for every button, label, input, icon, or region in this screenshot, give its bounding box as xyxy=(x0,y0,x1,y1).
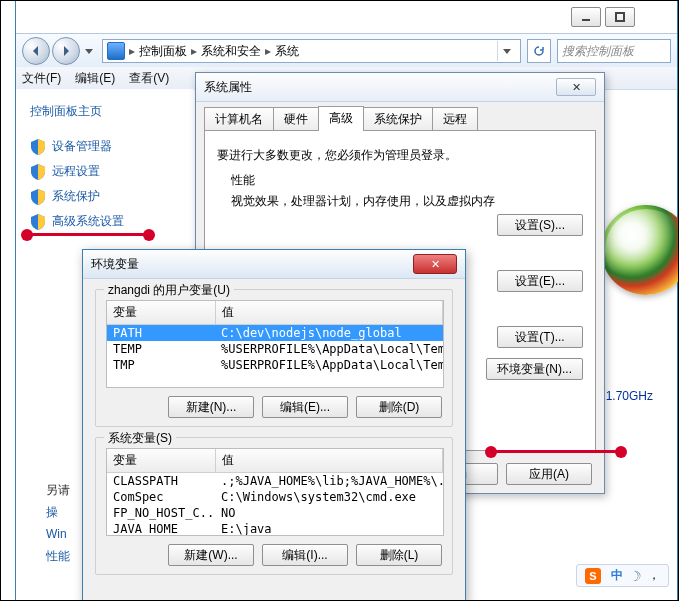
cell-val: .;%JAVA_HOME%\lib;%JAVA_HOME%\... xyxy=(215,473,443,489)
sys-new-button[interactable]: 新建(W)... xyxy=(168,544,254,566)
sidebar-item-2[interactable]: 系统保护 xyxy=(30,188,188,205)
close-button[interactable]: ✕ xyxy=(413,254,457,274)
windows-logo-icon xyxy=(601,205,679,295)
menu-edit[interactable]: 编辑(E) xyxy=(75,70,115,87)
minimize-button[interactable] xyxy=(571,7,601,27)
cpu-freq-value: 1.70GHz xyxy=(606,389,653,403)
table-row[interactable]: PATHC:\dev\nodejs\node_global xyxy=(107,325,443,341)
sys-edit-button[interactable]: 编辑(I)... xyxy=(262,544,348,566)
tab-hardware[interactable]: 硬件 xyxy=(273,107,319,131)
cell-val: NO xyxy=(215,505,443,521)
cell-var: PATH xyxy=(107,325,215,341)
tab-system-protection[interactable]: 系统保护 xyxy=(363,107,433,131)
table-row[interactable]: ComSpecC:\Windows\system32\cmd.exe xyxy=(107,489,443,505)
shield-icon xyxy=(30,214,46,230)
computer-icon xyxy=(107,42,125,60)
cell-val: E:\java xyxy=(215,521,443,536)
link-partial-1[interactable]: 操 xyxy=(46,501,78,523)
sidebar-item-label: 设备管理器 xyxy=(52,138,112,155)
system-vars-label: 系统变量(S) xyxy=(104,430,176,447)
cell-val: C:\dev\nodejs\node_global xyxy=(215,325,443,341)
forward-button[interactable] xyxy=(52,37,80,65)
annotation-dot-icon xyxy=(143,229,155,241)
col-variable[interactable]: 变量 xyxy=(107,301,216,324)
col-value[interactable]: 值 xyxy=(216,301,443,324)
annotation-dot-icon xyxy=(615,446,627,458)
shield-icon xyxy=(30,164,46,180)
dialog-title: 环境变量 xyxy=(91,256,139,273)
sidebar-item-label: 远程设置 xyxy=(52,163,100,180)
cell-var: TMP xyxy=(107,357,215,373)
dialog-titlebar[interactable]: 系统属性 ✕ xyxy=(196,73,604,102)
tab-remote[interactable]: 远程 xyxy=(432,107,478,131)
dialog-titlebar[interactable]: 环境变量 ✕ xyxy=(83,250,465,279)
back-button[interactable] xyxy=(22,37,50,65)
tab-computer-name[interactable]: 计算机名 xyxy=(204,107,274,131)
link-partial-2[interactable]: Win xyxy=(46,523,78,545)
user-vars-table[interactable]: 变量 值 PATHC:\dev\nodejs\node_globalTEMP%U… xyxy=(106,300,444,388)
breadcrumb[interactable]: ▸ 控制面板 ▸ 系统和安全 ▸ 系统 xyxy=(102,39,521,63)
link-partial-3[interactable]: 性能 xyxy=(46,545,78,567)
search-input[interactable]: 搜索控制面板 xyxy=(557,39,671,63)
svg-rect-0 xyxy=(616,13,624,21)
apply-button[interactable]: 应用(A) xyxy=(506,463,592,485)
table-row[interactable]: CLASSPATH.;%JAVA_HOME%\lib;%JAVA_HOME%\.… xyxy=(107,473,443,489)
ime-tray[interactable]: S 中 ☽ ， xyxy=(576,564,669,587)
sidebar-item-3[interactable]: 高级系统设置 xyxy=(30,213,188,230)
control-panel-home-link[interactable]: 控制面板主页 xyxy=(30,103,188,120)
ime-lang: 中 xyxy=(611,567,623,584)
table-row[interactable]: TMP%USERPROFILE%\AppData\Local\Temp xyxy=(107,357,443,373)
dialog-title: 系统属性 xyxy=(204,79,252,96)
sogou-icon: S xyxy=(585,568,601,584)
window-controls xyxy=(571,7,669,27)
tab-strip: 计算机名 硬件 高级 系统保护 远程 xyxy=(204,109,596,131)
sidebar-item-1[interactable]: 远程设置 xyxy=(30,163,188,180)
userprofile-settings-button[interactable]: 设置(E)... xyxy=(497,270,583,292)
search-placeholder: 搜索控制面板 xyxy=(562,43,634,60)
history-dropdown[interactable] xyxy=(82,44,96,58)
menu-view[interactable]: 查看(V) xyxy=(129,70,169,87)
maximize-button[interactable] xyxy=(605,7,635,27)
user-vars-group: zhangdi 的用户变量(U) 变量 值 PATHC:\dev\nodejs\… xyxy=(95,289,453,427)
cell-var: ComSpec xyxy=(107,489,215,505)
environment-variables-button[interactable]: 环境变量(N)... xyxy=(486,358,583,380)
col-variable[interactable]: 变量 xyxy=(107,449,216,472)
sidebar-item-label: 高级系统设置 xyxy=(52,213,124,230)
system-vars-group: 系统变量(S) 变量 值 CLASSPATH.;%JAVA_HOME%\lib;… xyxy=(95,437,453,575)
crumb-control-panel[interactable]: 控制面板 xyxy=(139,43,187,60)
system-vars-table[interactable]: 变量 值 CLASSPATH.;%JAVA_HOME%\lib;%JAVA_HO… xyxy=(106,448,444,536)
chevron-right-icon: ▸ xyxy=(191,44,197,58)
sys-delete-button[interactable]: 删除(L) xyxy=(356,544,442,566)
cell-var: FP_NO_HOST_C... xyxy=(107,505,215,521)
chevron-right-icon: ▸ xyxy=(265,44,271,58)
user-delete-button[interactable]: 删除(D) xyxy=(356,396,442,418)
table-row[interactable]: TEMP%USERPROFILE%\AppData\Local\Temp xyxy=(107,341,443,357)
user-edit-button[interactable]: 编辑(E)... xyxy=(262,396,348,418)
cell-var: JAVA_HOME xyxy=(107,521,215,536)
tab-advanced[interactable]: 高级 xyxy=(318,106,364,131)
cell-val: %USERPROFILE%\AppData\Local\Temp xyxy=(215,357,443,373)
comma-icon: ， xyxy=(648,567,660,584)
perf-settings-button[interactable]: 设置(S)... xyxy=(497,214,583,236)
cell-var: CLASSPATH xyxy=(107,473,215,489)
annotation-line-icon xyxy=(27,233,149,236)
perf-heading: 性能 xyxy=(231,172,583,189)
menu-file[interactable]: 文件(F) xyxy=(22,70,61,87)
annotation-line-icon xyxy=(491,450,619,453)
table-row[interactable]: JAVA_HOMEE:\java xyxy=(107,521,443,536)
address-bar: ▸ 控制面板 ▸ 系统和安全 ▸ 系统 搜索控制面板 xyxy=(16,33,677,69)
cell-val: C:\Windows\system32\cmd.exe xyxy=(215,489,443,505)
startup-settings-button[interactable]: 设置(T)... xyxy=(497,326,583,348)
crumb-system[interactable]: 系统 xyxy=(275,43,299,60)
moon-icon: ☽ xyxy=(629,568,642,584)
breadcrumb-dropdown[interactable] xyxy=(497,41,516,61)
refresh-button[interactable] xyxy=(527,39,551,63)
admin-note: 要进行大多数更改，您必须作为管理员登录。 xyxy=(217,147,583,164)
see-also-label: 另请 xyxy=(46,483,70,497)
table-row[interactable]: FP_NO_HOST_C...NO xyxy=(107,505,443,521)
crumb-system-security[interactable]: 系统和安全 xyxy=(201,43,261,60)
sidebar-item-0[interactable]: 设备管理器 xyxy=(30,138,188,155)
close-button[interactable]: ✕ xyxy=(556,78,596,96)
user-new-button[interactable]: 新建(N)... xyxy=(168,396,254,418)
col-value[interactable]: 值 xyxy=(216,449,443,472)
